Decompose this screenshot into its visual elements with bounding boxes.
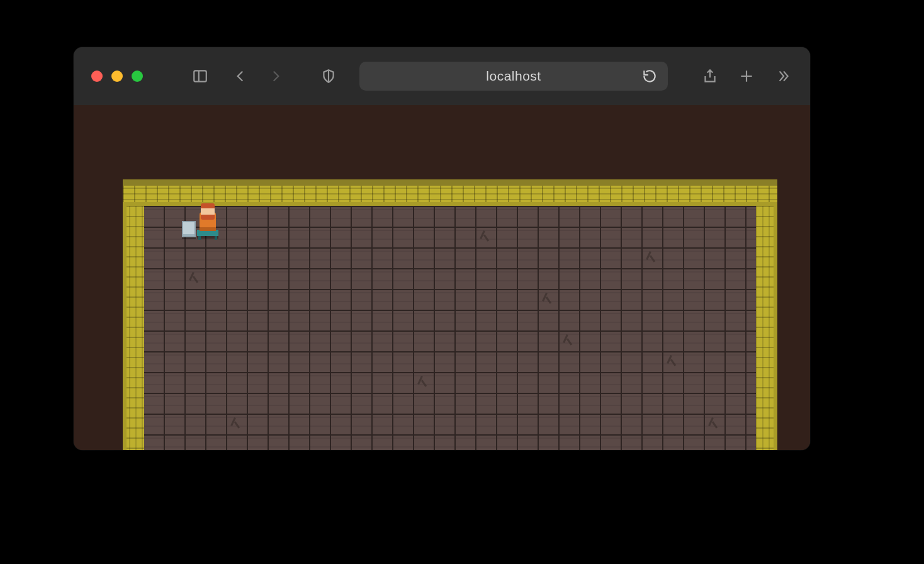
reload-icon xyxy=(641,68,658,84)
safari-window: localhost xyxy=(74,47,810,450)
floor-crack xyxy=(479,229,494,244)
player-beard xyxy=(201,215,215,220)
sidebar-icon xyxy=(192,68,208,84)
share-button[interactable] xyxy=(701,67,719,86)
back-button[interactable] xyxy=(231,67,250,86)
forward-button[interactable] xyxy=(266,67,285,86)
floor-crack xyxy=(645,250,660,265)
close-window-button[interactable] xyxy=(91,70,103,82)
tabs-overflow-button[interactable] xyxy=(774,67,792,86)
floor-crack xyxy=(666,354,681,369)
svg-rect-0 xyxy=(194,70,206,81)
floor-crack xyxy=(562,333,577,348)
zoom-window-button[interactable] xyxy=(132,70,143,82)
new-tab-button[interactable] xyxy=(737,67,756,86)
privacy-shield-button[interactable] xyxy=(319,67,338,86)
chevron-left-icon xyxy=(232,68,249,84)
reload-button[interactable] xyxy=(640,67,659,86)
shield-icon xyxy=(320,68,337,84)
wall-left xyxy=(123,179,144,450)
screenshot-stage: localhost xyxy=(0,0,924,564)
anvil-box xyxy=(182,221,196,237)
window-controls xyxy=(91,70,143,82)
address-bar[interactable]: localhost xyxy=(359,62,668,91)
player-hair xyxy=(201,203,215,208)
page-viewport xyxy=(74,105,810,450)
floor-crack xyxy=(417,375,432,390)
player-sprite[interactable] xyxy=(182,203,223,237)
floor-crack xyxy=(541,291,556,307)
sidebar-toggle-button[interactable] xyxy=(191,67,210,86)
chevron-right-icon xyxy=(268,68,284,84)
floor-crack xyxy=(230,416,245,431)
address-text: localhost xyxy=(486,69,541,84)
floor-crack xyxy=(188,271,203,286)
wall-top xyxy=(123,179,777,206)
share-icon xyxy=(702,68,718,84)
browser-toolbar: localhost xyxy=(74,47,810,105)
wall-right xyxy=(756,179,777,450)
minimize-window-button[interactable] xyxy=(111,70,123,82)
nav-buttons xyxy=(231,67,285,86)
chevrons-right-icon xyxy=(775,68,791,84)
plus-icon xyxy=(738,68,755,84)
toolbar-right xyxy=(701,67,792,86)
game-canvas[interactable] xyxy=(123,179,777,450)
floor-crack xyxy=(707,416,723,431)
dungeon-floor xyxy=(144,206,756,450)
